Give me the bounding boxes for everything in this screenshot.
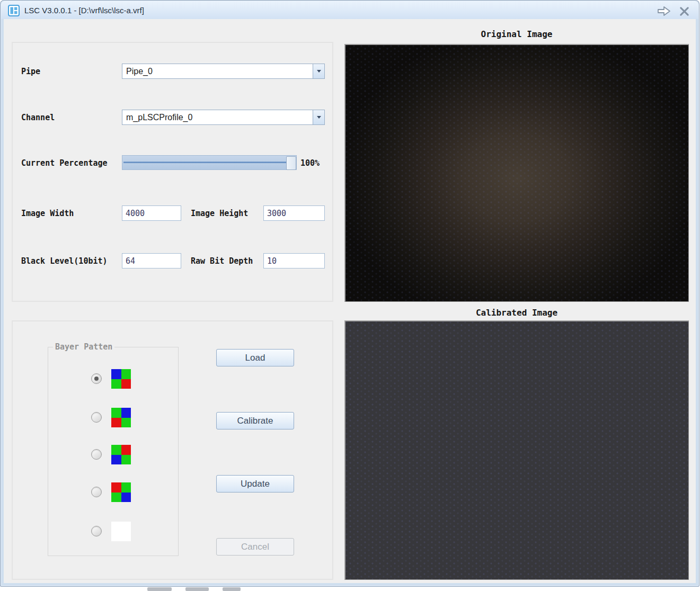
calibrated-image — [344, 320, 689, 580]
bayer-radio[interactable] — [91, 487, 102, 497]
black-level-field[interactable] — [122, 253, 181, 268]
calibrated-image-title: Calibrated Image — [344, 308, 689, 318]
bayer-pattern-swatch — [111, 369, 131, 389]
bayer-pattern-swatch — [111, 408, 131, 427]
app-window: LSC V3.0.0.1 - [D:\vrf\lsc\lsc-a.vrf] Pi… — [0, 0, 699, 587]
bayer-pattern-swatch — [111, 445, 131, 464]
cancel-button[interactable]: Cancel — [216, 538, 294, 556]
update-button[interactable]: Update — [216, 475, 294, 492]
chevron-down-icon[interactable] — [313, 110, 324, 124]
calibrate-button[interactable]: Calibrate — [216, 412, 294, 429]
background-window-fragment — [223, 587, 241, 591]
chevron-down-icon[interactable] — [313, 64, 324, 78]
image-width-label: Image Width — [21, 209, 74, 218]
pipe-select[interactable]: Pipe_0 — [122, 64, 325, 79]
current-percentage-label: Current Percentage — [21, 158, 108, 168]
original-image — [344, 44, 689, 302]
load-button[interactable]: Load — [216, 349, 294, 366]
background-window-fragment — [147, 587, 172, 591]
raw-bit-depth-label: Raw Bit Depth — [191, 256, 253, 266]
raw-bit-depth-field[interactable] — [263, 253, 325, 268]
current-percentage-value: 100% — [300, 158, 320, 168]
original-image-title: Original Image — [344, 29, 689, 39]
current-percentage-slider[interactable] — [122, 155, 297, 170]
bayer-radio[interactable] — [91, 526, 102, 536]
bayer-radio[interactable] — [91, 449, 102, 460]
pipe-label: Pipe — [21, 67, 40, 76]
background-window-fragment — [185, 587, 209, 591]
pipe-select-value: Pipe_0 — [122, 67, 313, 76]
channel-label: Channel — [21, 113, 55, 122]
image-height-label: Image Height — [191, 209, 248, 218]
slider-track-line — [123, 162, 294, 163]
bayer-option-bggr[interactable] — [0, 369, 333, 389]
bayer-pattern-swatch — [111, 522, 131, 541]
desktop: LSC V3.0.0.1 - [D:\vrf\lsc\lsc-a.vrf] Pi… — [0, 0, 700, 591]
bayer-pattern-swatch — [111, 482, 131, 502]
bayer-radio[interactable] — [91, 412, 102, 423]
channel-select-value: m_pLSCProfile_0 — [122, 113, 313, 122]
image-height-field[interactable] — [263, 205, 325, 221]
channel-select[interactable]: m_pLSCProfile_0 — [122, 110, 325, 125]
bayer-option-grbg[interactable] — [0, 445, 333, 464]
image-width-field[interactable] — [122, 205, 181, 221]
bayer-pattern-group-label: Bayer Patten — [53, 342, 114, 352]
bayer-radio[interactable] — [91, 373, 102, 384]
black-level-label: Black Level(10bit) — [21, 256, 108, 266]
slider-handle[interactable] — [286, 156, 296, 170]
